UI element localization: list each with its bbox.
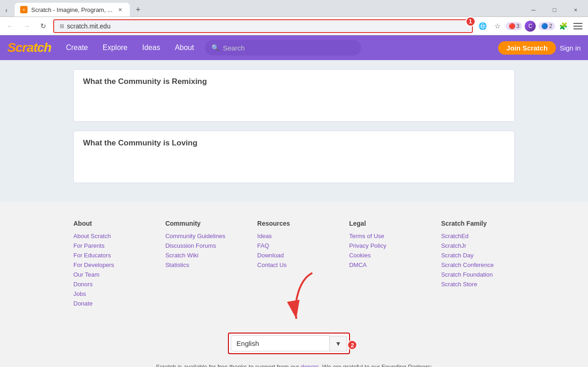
maximize-btn[interactable]: □ [544, 1, 565, 18]
footer-link-cookies[interactable]: Cookies [349, 252, 422, 259]
browser-chrome: ‹ S Scratch - Imagine, Program, ... × + … [0, 0, 588, 35]
nav-right: Join Scratch Sign in [498, 41, 581, 55]
footer-link-for-parents[interactable]: For Parents [73, 242, 147, 249]
footer-link-download[interactable]: Download [257, 252, 331, 259]
footer-link-discussion-forums[interactable]: Discussion Forums [165, 242, 239, 249]
main-content: What the Community is Remixing What the … [0, 60, 588, 201]
tab-bar: ‹ S Scratch - Imagine, Program, ... × + … [0, 0, 588, 17]
new-tab-btn[interactable]: + [132, 3, 144, 16]
footer-link-our-team[interactable]: Our Team [73, 271, 147, 278]
loving-title: What the Community is Loving [83, 139, 505, 148]
window-controls: ─ □ × [523, 1, 588, 18]
footer-link-jobs[interactable]: Jobs [73, 290, 147, 297]
refresh-btn[interactable]: ↻ [37, 20, 50, 33]
search-placeholder: Search [223, 44, 245, 52]
translate-icon[interactable]: 🌐 [477, 20, 489, 33]
footer-link-for-educators[interactable]: For Educators [73, 252, 147, 259]
address-icon: ⊞ [60, 23, 64, 29]
menu-icon[interactable] [571, 20, 584, 33]
back-btn[interactable]: ← [4, 20, 17, 33]
forward-btn[interactable]: → [20, 20, 33, 33]
footer-link-donate[interactable]: Donate [73, 300, 147, 307]
extension-badge-blue[interactable]: 🔵 2 [538, 22, 555, 30]
footer-link-ideas[interactable]: Ideas [257, 233, 331, 239]
footer-community-col: Community Community Guidelines Discussio… [165, 220, 239, 310]
address-box[interactable]: ⊞ scratch.mit.edu 1 [53, 19, 473, 33]
nav-explore[interactable]: Explore [95, 35, 135, 60]
remixing-content [83, 91, 505, 114]
language-selector-wrapper: ▼ 2 [73, 333, 515, 354]
footer-donors-link[interactable]: donors [301, 363, 319, 367]
bookmark-icon[interactable]: ☆ [491, 20, 504, 33]
footer-link-faq[interactable]: FAQ [257, 242, 331, 249]
footer-link-dmca[interactable]: DMCA [349, 261, 422, 268]
footer-link-statistics[interactable]: Statistics [165, 261, 239, 268]
nav-ideas[interactable]: Ideas [135, 35, 167, 60]
footer-columns: About About Scratch For Parents For Educ… [73, 220, 515, 310]
annotation-badge-2: 2 [347, 340, 357, 350]
footer-scratch-family-title: Scratch Family [441, 220, 515, 227]
footer-link-contact-us[interactable]: Contact Us [257, 261, 331, 268]
footer-bottom: Scratch is available for free thanks to … [73, 363, 515, 367]
loving-content [83, 152, 505, 175]
scratch-navbar: Scratch Create Explore Ideas About 🔍 Sea… [0, 35, 588, 60]
footer-link-scratch-wiki[interactable]: Scratch Wiki [165, 252, 239, 259]
footer-link-about-scratch[interactable]: About Scratch [73, 233, 147, 239]
url-text: scratch.mit.edu [67, 22, 466, 30]
footer-scratch-family-col: Scratch Family ScratchEd ScratchJr Scrat… [441, 220, 515, 310]
signin-link[interactable]: Sign in [560, 44, 581, 52]
footer-link-scratched[interactable]: ScratchEd [441, 233, 515, 239]
active-tab[interactable]: S Scratch - Imagine, Program, ... × [15, 3, 130, 17]
profile-icon[interactable]: C [524, 20, 537, 33]
toolbar-actions: 🌐 ☆ 🔴 3 C 🔵 2 🧩 [477, 20, 584, 33]
footer-bottom-before: Scratch is available for free thanks to … [156, 363, 301, 367]
footer: About About Scratch For Parents For Educ… [0, 201, 588, 367]
footer-link-donors[interactable]: Donors [73, 281, 147, 288]
extensions-icon[interactable]: 🧩 [557, 20, 570, 33]
footer-resources-col: Resources Ideas FAQ Download Contact Us [257, 220, 331, 310]
footer-resources-title: Resources [257, 220, 331, 227]
join-scratch-btn[interactable]: Join Scratch [498, 41, 556, 55]
footer-link-privacy[interactable]: Privacy Policy [349, 242, 422, 249]
scratch-logo-text: Scratch [7, 40, 51, 55]
footer-legal-title: Legal [349, 220, 422, 227]
tab-title: Scratch - Imagine, Program, ... [31, 6, 112, 13]
footer-link-scratchjr[interactable]: ScratchJr [441, 242, 515, 249]
tab-close-btn[interactable]: × [116, 6, 124, 14]
footer-link-scratch-store[interactable]: Scratch Store [441, 281, 515, 288]
footer-bottom-after: . We are grateful to our Founding Partne… [319, 363, 432, 367]
footer-community-title: Community [165, 220, 239, 227]
tab-nav-back[interactable]: ‹ [0, 3, 13, 16]
annotation-container: ▼ 2 [73, 323, 515, 363]
loving-section: What the Community is Loving [73, 131, 515, 183]
language-dropdown-btn[interactable]: ▼ [330, 336, 348, 351]
tab-favicon: S [20, 6, 28, 13]
footer-link-terms[interactable]: Terms of Use [349, 233, 422, 239]
annotation-badge-1: 1 [466, 17, 476, 27]
scratch-logo[interactable]: Scratch [7, 40, 51, 55]
search-box[interactable]: 🔍 Search [205, 40, 361, 56]
footer-link-community-guidelines[interactable]: Community Guidelines [165, 233, 239, 239]
close-btn[interactable]: × [565, 1, 586, 18]
footer-legal-col: Legal Terms of Use Privacy Policy Cookie… [349, 220, 422, 310]
footer-about-title: About [73, 220, 147, 227]
language-selector-box[interactable]: ▼ [228, 333, 350, 354]
remixing-title: What the Community is Remixing [83, 77, 505, 86]
nav-create[interactable]: Create [59, 35, 95, 60]
footer-about-col: About About Scratch For Parents For Educ… [73, 220, 147, 310]
footer-link-scratch-foundation[interactable]: Scratch Foundation [441, 271, 515, 278]
language-input[interactable] [231, 335, 330, 351]
footer-link-for-developers[interactable]: For Developers [73, 261, 147, 268]
address-bar-row: ← → ↻ ⊞ scratch.mit.edu 1 🌐 ☆ 🔴 3 C 🔵 2 … [0, 17, 588, 35]
remixing-section: What the Community is Remixing [73, 69, 515, 122]
nav-about[interactable]: About [167, 35, 201, 60]
footer-link-scratch-conference[interactable]: Scratch Conference [441, 261, 515, 268]
extension-badge-red[interactable]: 🔴 3 [506, 22, 522, 30]
minimize-btn[interactable]: ─ [523, 1, 544, 18]
footer-link-scratch-day[interactable]: Scratch Day [441, 252, 515, 259]
search-icon: 🔍 [211, 44, 219, 51]
